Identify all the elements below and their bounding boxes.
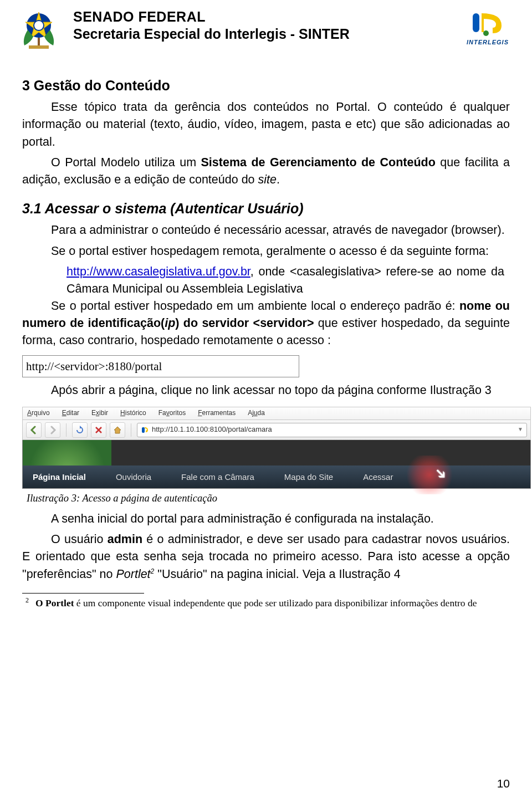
arrow-annotation-icon: ➔ <box>429 462 453 485</box>
bold-text: Sistema de Gerenciamento de Conteúdo <box>201 156 436 169</box>
paragraph: O Portal Modelo utiliza um Sistema de Ge… <box>22 154 510 188</box>
svg-rect-3 <box>29 45 49 49</box>
url-example-box: http://<servidor>:8180/portal <box>22 355 299 377</box>
text: "Usuário" na pagina inicial. Veja a Ilus… <box>154 567 400 581</box>
portal-banner-stub <box>22 440 531 466</box>
banner-left-graphic <box>23 440 111 466</box>
nav-acessar[interactable]: Acessar <box>363 471 393 483</box>
svg-rect-6 <box>142 427 145 433</box>
banner-right-graphic <box>111 440 530 466</box>
portal-navbar: Página Inicial Ouvidoria Fale com a Câma… <box>22 466 531 489</box>
text: O Portal Modelo utiliza um <box>51 156 201 169</box>
browser-menubar: Arquivo Editar Exibir Histórico Favorito… <box>22 407 531 420</box>
paragraph: O usuário admin é o administrador, e dev… <box>22 531 510 583</box>
nav-fale-com-camara[interactable]: Fale com a Câmara <box>181 471 254 483</box>
svg-rect-4 <box>473 13 479 32</box>
interlegis-logo-text: INTERLEGIS <box>454 39 521 45</box>
dropdown-icon[interactable]: ▼ <box>518 426 523 434</box>
stop-button[interactable] <box>91 422 106 438</box>
footnote-separator <box>22 593 144 594</box>
brazil-coat-of-arms-icon <box>11 6 66 50</box>
paragraph: A senha inicial do portal para administr… <box>22 510 510 528</box>
nav-pagina-inicial[interactable]: Página Inicial <box>33 471 86 483</box>
nav-ouvidoria[interactable]: Ouvidoria <box>116 471 151 483</box>
paragraph: Se o portal estiver hospedado em um ambi… <box>22 298 510 350</box>
menu-arquivo[interactable]: Arquivo <box>27 408 50 418</box>
url-sub-paragraph: http://www.casalegislativa.uf.gov.br, on… <box>66 263 504 298</box>
heading-3-1: 3.1 Acessar o sistema (Autenticar Usuári… <box>22 198 510 218</box>
footnote-text: é um componente visual independente que … <box>74 597 477 608</box>
menu-ferramentas[interactable]: Ferramentas <box>198 408 236 418</box>
menu-favoritos[interactable]: Favoritos <box>158 408 186 418</box>
footnote: 2O Portlet é um componente visual indepe… <box>22 596 510 610</box>
document-body: 3 Gestão do Conteúdo Esse tópico trata d… <box>11 50 521 610</box>
separator <box>66 423 66 437</box>
paragraph: Se o portal estiver hospedagem remota, g… <box>22 243 510 260</box>
back-button[interactable] <box>26 422 42 438</box>
paragraph: Para a administrar o conteúdo é necessár… <box>22 222 510 239</box>
illustration-3: Arquivo Editar Exibir Histórico Favorito… <box>22 407 531 489</box>
bold-text: admin <box>108 533 142 546</box>
header-line-2: Secretaria Especial do Interlegis - SINT… <box>73 26 350 42</box>
paragraph: Esse tópico trata da gerência dos conteú… <box>22 99 510 151</box>
separator <box>131 423 131 437</box>
address-bar[interactable]: http://10.1.10.100:8100/portal/camara ▼ <box>137 423 527 437</box>
url-example-text: http://<servidor>:8180/portal <box>26 360 162 373</box>
forward-button[interactable] <box>45 422 60 438</box>
illustration-3-caption: Ilustração 3: Acesso a página de autenti… <box>27 491 510 506</box>
text: Se o portal estiver hospedado em um ambi… <box>51 299 459 313</box>
address-text: http://10.1.10.100:8100/portal/camara <box>152 424 272 435</box>
header-titles: SENADO FEDERAL Secretaria Especial do In… <box>73 6 350 42</box>
bold-italic-text: ip <box>165 316 175 330</box>
italic-text: Portlet <box>116 567 150 581</box>
svg-point-2 <box>34 21 44 30</box>
home-button[interactable] <box>110 422 125 438</box>
bold-text: ) do servidor <servidor> <box>175 316 314 330</box>
favicon-icon <box>141 426 149 434</box>
menu-historico[interactable]: Histórico <box>120 408 146 418</box>
text: . <box>277 173 280 186</box>
paragraph: Após abrir a página, clique no link aces… <box>22 382 510 399</box>
heading-3: 3 Gestão do Conteúdo <box>22 75 510 95</box>
header-left: SENADO FEDERAL Secretaria Especial do In… <box>11 6 350 50</box>
footnote-bold: O Portlet <box>35 597 74 608</box>
menu-editar[interactable]: Editar <box>62 408 79 418</box>
menu-ajuda[interactable]: Ajuda <box>248 408 265 418</box>
interlegis-logo: INTERLEGIS <box>454 6 521 45</box>
svg-point-5 <box>483 30 489 36</box>
text: O usuário <box>51 533 108 546</box>
footnote-number: 2 <box>25 596 29 604</box>
document-header: SENADO FEDERAL Secretaria Especial do In… <box>11 0 521 50</box>
page-number: 10 <box>497 777 510 790</box>
browser-toolbar: http://10.1.10.100:8100/portal/camara ▼ <box>22 420 531 440</box>
header-line-1: SENADO FEDERAL <box>73 9 350 25</box>
italic-text: site <box>258 173 277 186</box>
menu-exibir[interactable]: Exibir <box>91 408 108 418</box>
nav-mapa-do-site[interactable]: Mapa do Site <box>284 471 333 483</box>
example-url-link[interactable]: http://www.casalegislativa.uf.gov.br <box>66 265 250 278</box>
reload-button[interactable] <box>72 422 88 438</box>
